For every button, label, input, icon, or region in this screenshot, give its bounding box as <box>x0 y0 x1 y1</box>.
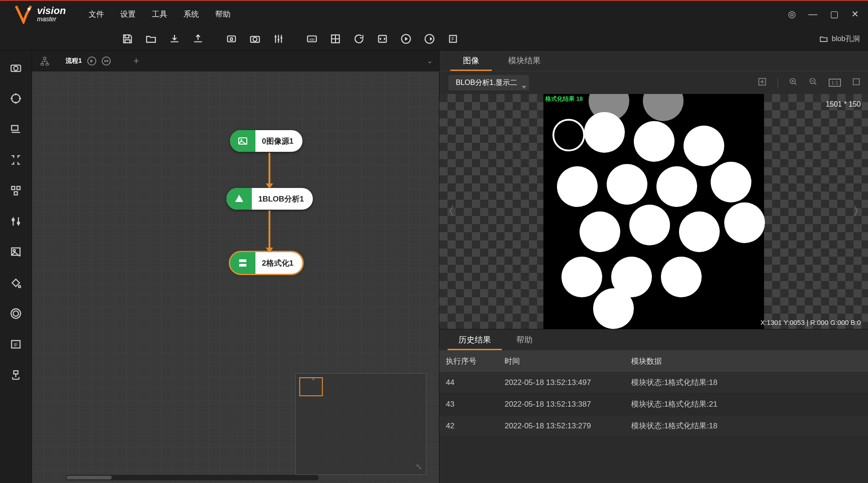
image-source-icon <box>230 130 255 152</box>
minimap[interactable]: ≡ ⤡ <box>295 373 426 475</box>
flow-tab-1[interactable]: 流程1 <box>56 53 121 69</box>
menu-file[interactable]: 文件 <box>89 9 104 19</box>
image-viewport[interactable]: 格式化结果 18 1501 * 150 X:1301 Y:0053 | R:00… <box>439 94 868 329</box>
horizontal-scrollbar[interactable] <box>66 475 319 480</box>
zoom-out-icon[interactable] <box>809 77 818 88</box>
flow-node-format[interactable]: 2格式化1 <box>230 252 302 274</box>
image-source-dropdown[interactable]: BLOB分析1.显示二 <box>448 75 529 90</box>
rail-fill-icon[interactable] <box>7 274 25 292</box>
lock-camera-icon[interactable] <box>222 30 241 48</box>
sliders-icon[interactable] <box>269 30 288 48</box>
minimize-icon[interactable]: — <box>808 9 817 19</box>
table-row[interactable]: 43 2022-05-18 13:52:13:387 模块状态:1格式化结果:2… <box>439 394 868 415</box>
image-toolbar: BLOB分析1.显示二 1:1 <box>439 71 868 94</box>
svg-point-15 <box>12 94 20 103</box>
current-file-name: blob孔洞 <box>832 34 860 44</box>
flow-node-image-source[interactable]: 0图像源1 <box>230 130 302 152</box>
blob-icon <box>226 188 252 210</box>
minimap-viewport[interactable] <box>299 377 323 396</box>
minimap-expand-icon[interactable]: ⤡ <box>415 462 422 472</box>
blob-result-image <box>543 94 764 329</box>
play-icon[interactable] <box>396 30 416 48</box>
current-file[interactable]: blob孔洞 <box>819 27 860 51</box>
export-icon[interactable] <box>188 30 208 48</box>
flow-tab-dropdown-icon[interactable]: ⌄ <box>427 56 433 65</box>
prev-image-icon[interactable]: 〈 <box>442 203 455 220</box>
tab-result[interactable]: 模块结果 <box>495 51 553 71</box>
variable-icon[interactable]: var <box>302 30 322 48</box>
svg-text:IF: IF <box>14 342 18 347</box>
close-icon[interactable]: ✕ <box>851 9 859 19</box>
rail-target-icon[interactable] <box>7 89 25 108</box>
tab-history[interactable]: 历史结果 <box>448 330 502 350</box>
svg-rect-1 <box>227 36 235 42</box>
node-label: 0图像源1 <box>255 136 302 146</box>
menu-system[interactable]: 系统 <box>184 9 199 19</box>
left-rail: IF <box>0 51 32 483</box>
zoom-in-icon[interactable] <box>789 77 798 88</box>
results-area: 历史结果 帮助 执行序号 时间 模块数据 44 2022-05-18 13:52… <box>439 329 868 483</box>
menu-settings[interactable]: 设置 <box>120 9 136 19</box>
app-header: vision master 文件 设置 工具 系统 帮助 ◎ — ▢ ✕ <box>0 1 868 27</box>
flow-node-blob[interactable]: 1BLOB分析1 <box>226 188 313 210</box>
overlay-result-label: 格式化结果 18 <box>545 95 583 103</box>
svg-text:var: var <box>309 37 315 42</box>
flow-tab-label: 流程1 <box>66 57 82 65</box>
table-row[interactable]: 44 2022-05-18 13:52:13:497 模块状态:1格式化结果:1… <box>439 372 868 394</box>
logo-text-bottom: master <box>37 16 66 22</box>
open-icon[interactable] <box>141 30 161 48</box>
flow-run-loop-icon[interactable] <box>102 56 111 66</box>
rail-network-icon[interactable] <box>7 366 25 384</box>
form-icon[interactable]: F <box>443 30 463 48</box>
fullscreen-icon[interactable] <box>852 77 861 88</box>
svg-point-24 <box>19 286 21 288</box>
import-icon[interactable] <box>165 30 184 48</box>
history-table: 执行序号 时间 模块数据 44 2022-05-18 13:52:13:497 … <box>439 350 868 483</box>
svg-rect-40 <box>853 79 859 84</box>
flow-run-once-icon[interactable] <box>87 56 96 66</box>
grid-plus-icon[interactable] <box>758 77 767 88</box>
tab-help[interactable]: 帮助 <box>505 330 543 350</box>
rail-spiral-icon[interactable] <box>7 305 25 323</box>
flow-tabs: 流程1 + ⌄ <box>32 51 439 71</box>
window-controls: ◎ — ▢ ✕ <box>788 1 859 27</box>
fit-icon[interactable]: 1:1 <box>829 79 841 87</box>
svg-rect-33 <box>239 138 247 144</box>
table-header: 执行序号 时间 模块数据 <box>439 350 868 372</box>
rail-crop-icon[interactable] <box>7 151 25 169</box>
svg-point-10 <box>425 34 434 43</box>
rail-slider-icon[interactable] <box>7 212 25 230</box>
tab-image[interactable]: 图像 <box>450 51 492 71</box>
script-icon[interactable] <box>373 30 392 48</box>
svg-rect-30 <box>43 57 46 59</box>
menu-help[interactable]: 帮助 <box>215 9 231 19</box>
layout-icon[interactable] <box>326 30 345 48</box>
main-toolbar: var F blob孔洞 <box>0 27 868 51</box>
about-icon[interactable]: ◎ <box>788 9 796 19</box>
app-logo: vision master <box>14 4 66 24</box>
save-icon[interactable] <box>118 30 137 48</box>
flow-tree-icon[interactable] <box>36 52 54 70</box>
rail-grid-icon[interactable] <box>7 182 25 200</box>
add-flow-tab[interactable]: + <box>133 55 139 67</box>
camera-icon[interactable] <box>245 30 265 48</box>
svg-rect-29 <box>14 371 18 374</box>
rail-monitor-icon[interactable] <box>7 120 25 138</box>
flow-canvas[interactable]: 0图像源1 1BLOB分析1 2格式化1 ≡ ⤡ <box>32 71 439 483</box>
svg-point-4 <box>253 37 257 41</box>
node-label: 1BLOB分析1 <box>252 194 313 204</box>
rail-camera-icon[interactable] <box>7 59 25 77</box>
play-loop-icon[interactable] <box>420 30 439 48</box>
overlay-coords: X:1301 Y:0053 | R:000 G:000 B:0 <box>760 319 861 326</box>
menu-tools[interactable]: 工具 <box>152 9 167 19</box>
table-row[interactable]: 42 2022-05-18 13:52:13:279 模块状态:1格式化结果:1… <box>439 415 868 437</box>
col-index: 执行序号 <box>439 356 498 366</box>
node-label: 2格式化1 <box>255 258 302 268</box>
refresh-icon[interactable] <box>349 30 369 48</box>
rail-image-icon[interactable] <box>7 243 25 261</box>
svg-point-26 <box>13 311 19 316</box>
maximize-icon[interactable]: ▢ <box>830 9 839 19</box>
next-image-icon[interactable]: 〉 <box>853 203 865 220</box>
rail-if-icon[interactable]: IF <box>7 335 25 353</box>
menubar: 文件 设置 工具 系统 帮助 <box>89 9 231 19</box>
